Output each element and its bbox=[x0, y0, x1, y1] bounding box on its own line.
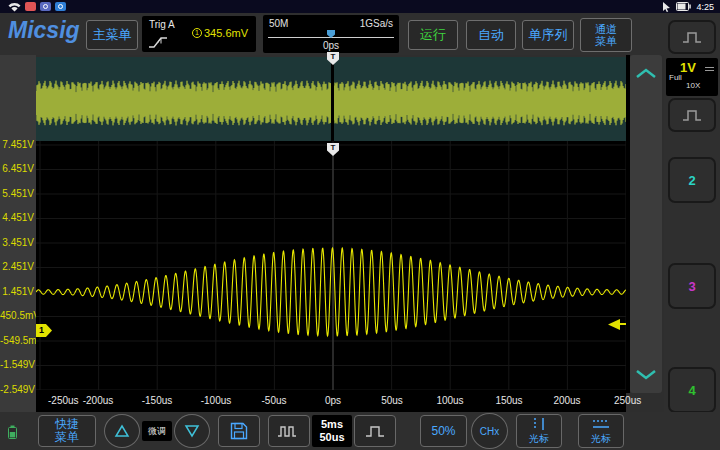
time-tick: 0ps bbox=[325, 395, 341, 406]
zoom-timebase-value: 50us bbox=[319, 431, 344, 444]
voltage-tick: 5.451V bbox=[0, 188, 34, 200]
pulse-icon bbox=[680, 29, 704, 45]
ch1-coupling-top-button[interactable] bbox=[668, 20, 716, 54]
voltage-tick: 4.451V bbox=[0, 212, 34, 224]
quick-menu-line2: 菜单 bbox=[55, 431, 79, 444]
channel-2-label: 2 bbox=[688, 173, 695, 188]
channel-4-label: 4 bbox=[688, 383, 695, 398]
status-bar: 4:25 bbox=[0, 0, 720, 13]
waveform-overview-strip[interactable] bbox=[36, 57, 626, 141]
trigger-50-button[interactable]: 50% bbox=[420, 415, 467, 447]
ch1-coupling-bottom-button[interactable] bbox=[668, 98, 716, 132]
horizontal-cursor-label: 光标 bbox=[591, 432, 611, 446]
trigger-source-label: Trig A bbox=[149, 19, 175, 30]
vertical-cursor-label: 光标 bbox=[529, 432, 549, 446]
channel-2-button[interactable]: 2 bbox=[668, 157, 716, 203]
timebase-position-box[interactable]: 50M 1GSa/s 0ps bbox=[263, 15, 399, 53]
channel-menu-line1: 通道 bbox=[595, 23, 617, 35]
horizontal-cursors-icon bbox=[591, 417, 611, 431]
quick-menu-button[interactable]: 快捷 菜单 bbox=[38, 415, 96, 447]
trigger-50-label: 50% bbox=[431, 424, 455, 438]
vertical-cursors-icon bbox=[529, 417, 549, 431]
battery-small-icon bbox=[8, 425, 17, 439]
channel-4-button[interactable]: 4 bbox=[668, 367, 716, 413]
record-icon bbox=[25, 2, 36, 11]
channel-select-button[interactable]: CHx bbox=[471, 413, 508, 449]
channel-select-label: CHx bbox=[480, 426, 499, 437]
voltage-tick: 3.451V bbox=[0, 237, 34, 249]
horizontal-cursor-button[interactable]: 光标 bbox=[578, 414, 624, 448]
single-seq-button[interactable]: 单序列 bbox=[522, 20, 574, 50]
triangle-down-icon bbox=[184, 424, 200, 438]
time-tick: -150us bbox=[142, 395, 173, 406]
rising-edge-icon bbox=[148, 35, 168, 49]
time-tick: 100us bbox=[436, 395, 463, 406]
voltage-tick: 1.451V bbox=[0, 286, 34, 298]
main-timebase-value: 5ms bbox=[321, 418, 343, 431]
time-tick: 250us bbox=[614, 395, 641, 406]
scale-up-button[interactable] bbox=[104, 414, 140, 448]
voltage-tick: 450.5mV bbox=[0, 310, 34, 322]
voltage-tick: -1.549V bbox=[0, 359, 34, 371]
voltage-axis: 7.451V 6.451V 5.451V 4.451V 3.451V 2.451… bbox=[0, 55, 36, 412]
ch1-probe-label: 10X bbox=[686, 81, 700, 90]
save-icon bbox=[229, 421, 249, 441]
save-button[interactable] bbox=[218, 415, 260, 447]
time-tick: 200us bbox=[553, 395, 580, 406]
time-tick: 150us bbox=[495, 395, 522, 406]
scale-down-button[interactable] bbox=[174, 414, 210, 448]
run-label: 运行 bbox=[420, 26, 446, 44]
auto-label: 自动 bbox=[478, 26, 504, 44]
trigger-level-arrow-tail bbox=[618, 323, 626, 325]
channel-menu-line2: 菜单 bbox=[595, 35, 617, 47]
triangle-up-icon bbox=[114, 424, 130, 438]
vertical-cursor-button[interactable]: 光标 bbox=[516, 414, 562, 448]
time-tick: 50us bbox=[381, 395, 403, 406]
fine-adjust-toggle[interactable]: 微调 bbox=[142, 421, 172, 441]
brand-logo: Micsig bbox=[8, 17, 80, 44]
oscilloscope-screen: 4:25 Micsig 主菜单 Trig A 1 345.6mV 50M 1GS… bbox=[0, 0, 720, 450]
main-menu-label: 主菜单 bbox=[93, 26, 132, 44]
wifi-icon bbox=[8, 2, 21, 12]
time-tick: -200us bbox=[83, 395, 114, 406]
voltage-tick: 2.451V bbox=[0, 261, 34, 273]
run-stop-button[interactable]: 运行 bbox=[408, 20, 458, 50]
zoom-out-time-button[interactable] bbox=[268, 415, 310, 447]
trigger-info-box[interactable]: Trig A 1 345.6mV bbox=[142, 16, 256, 52]
overview-waveform bbox=[36, 57, 626, 141]
zoom-in-time-button[interactable] bbox=[354, 415, 396, 447]
ch1-scale-value: 1V bbox=[680, 60, 696, 75]
chevron-down-icon[interactable] bbox=[634, 369, 658, 381]
memory-depth-label: 50M bbox=[269, 18, 288, 29]
search-app-icon bbox=[55, 2, 66, 11]
sample-rate-label: 1GSa/s bbox=[360, 18, 393, 29]
timebase-readout[interactable]: 5ms 50us bbox=[312, 415, 352, 447]
chevron-up-icon[interactable] bbox=[634, 67, 658, 79]
waveform-display[interactable] bbox=[36, 141, 626, 390]
pulse-icon bbox=[680, 107, 704, 123]
channel-3-label: 3 bbox=[688, 279, 695, 294]
ch1-info-box[interactable]: 1V Full 10X bbox=[666, 58, 718, 96]
time-tick: -250us bbox=[48, 395, 79, 406]
ch1-bandwidth-label: Full bbox=[669, 73, 682, 82]
sync-app-icon bbox=[40, 2, 51, 11]
fine-adjust-label: 微调 bbox=[148, 425, 166, 438]
double-pulse-icon bbox=[276, 423, 302, 439]
vertical-scroll-strip[interactable] bbox=[630, 55, 662, 393]
battery-icon bbox=[676, 2, 691, 11]
auto-button[interactable]: 自动 bbox=[466, 20, 516, 50]
channel-3-button[interactable]: 3 bbox=[668, 263, 716, 309]
channel-menu-button[interactable]: 通道 菜单 bbox=[580, 18, 632, 52]
single-pulse-icon bbox=[363, 423, 387, 439]
voltage-tick: 6.451V bbox=[0, 163, 34, 175]
pointer-icon bbox=[662, 2, 671, 12]
dc-coupling-icon bbox=[705, 67, 714, 71]
main-waveform bbox=[36, 141, 626, 390]
main-menu-button[interactable]: 主菜单 bbox=[86, 20, 138, 50]
clock-time: 4:25 bbox=[696, 2, 714, 12]
time-tick: -100us bbox=[201, 395, 232, 406]
trigger-level-value: 1 345.6mV bbox=[192, 27, 248, 39]
time-axis: -250us -200us -150us -100us -50us 0ps 50… bbox=[36, 390, 626, 412]
single-seq-label: 单序列 bbox=[529, 26, 568, 44]
voltage-tick: -549.5mV bbox=[0, 335, 34, 347]
